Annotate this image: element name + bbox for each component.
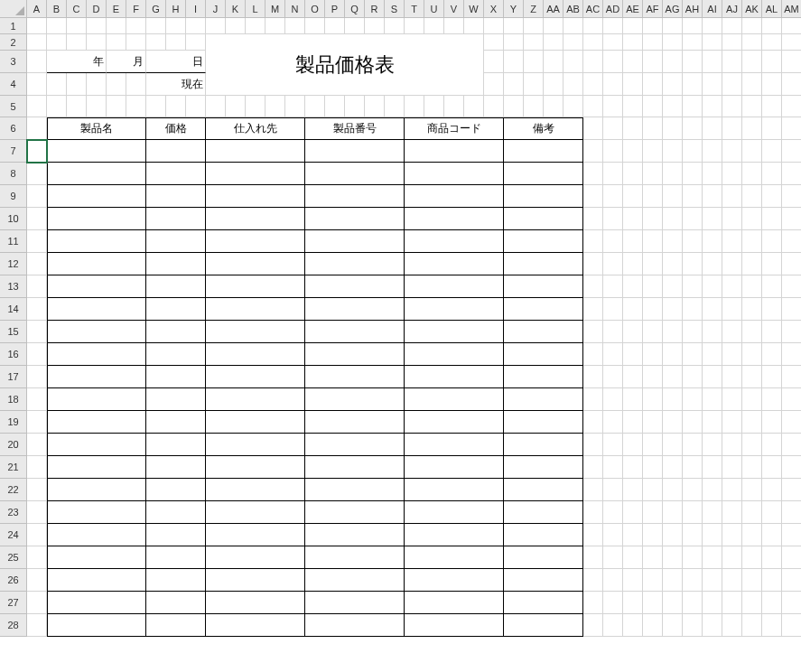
table-cell[interactable]	[146, 140, 206, 163]
table-cell[interactable]	[47, 592, 146, 614]
cell[interactable]	[762, 140, 782, 163]
table-cell[interactable]	[47, 253, 146, 275]
cell[interactable]	[722, 51, 742, 73]
spreadsheet-grid[interactable]: ABCDEFGHIJKLMNOPQRSTUVWXYZAAABACADAEAFAG…	[0, 0, 801, 637]
cell[interactable]	[742, 434, 762, 456]
col-header-D[interactable]: D	[87, 0, 107, 18]
col-header-A[interactable]: A	[27, 0, 47, 18]
cell[interactable]	[663, 163, 683, 185]
cell[interactable]	[27, 18, 47, 34]
cell[interactable]	[663, 388, 683, 411]
cell[interactable]	[663, 208, 683, 230]
cell[interactable]	[265, 96, 285, 117]
cell[interactable]	[385, 96, 405, 117]
row-header-13[interactable]: 13	[0, 275, 27, 298]
cell[interactable]	[762, 592, 782, 614]
cell[interactable]	[643, 434, 663, 456]
cell[interactable]	[285, 18, 305, 34]
cell[interactable]	[623, 321, 643, 343]
cell[interactable]	[285, 96, 305, 117]
cell[interactable]	[544, 34, 563, 51]
cell[interactable]	[27, 456, 47, 479]
cell[interactable]	[762, 501, 782, 524]
cell[interactable]	[27, 185, 47, 208]
table-cell[interactable]	[405, 592, 504, 614]
table-cell[interactable]	[504, 343, 583, 366]
cell[interactable]	[643, 163, 663, 185]
col-header-AG[interactable]: AG	[663, 0, 683, 18]
table-cell[interactable]	[206, 366, 305, 388]
cell[interactable]	[722, 524, 742, 546]
col-header-F[interactable]: F	[126, 0, 146, 18]
cell[interactable]	[563, 73, 583, 96]
cell[interactable]	[265, 18, 285, 34]
cell[interactable]	[583, 479, 603, 501]
cell[interactable]	[27, 140, 47, 163]
table-cell[interactable]	[504, 230, 583, 253]
cell[interactable]	[663, 96, 683, 117]
row-header-16[interactable]: 16	[0, 343, 27, 366]
cell[interactable]	[47, 34, 67, 51]
cell[interactable]	[67, 96, 87, 117]
cell[interactable]	[146, 96, 166, 117]
cell[interactable]	[683, 321, 703, 343]
cell[interactable]	[603, 230, 623, 253]
cell[interactable]	[603, 140, 623, 163]
table-cell[interactable]	[405, 343, 504, 366]
cell[interactable]	[782, 208, 801, 230]
cell[interactable]	[762, 185, 782, 208]
cell[interactable]	[722, 411, 742, 434]
cell[interactable]	[742, 479, 762, 501]
cell[interactable]	[703, 569, 722, 592]
cell[interactable]	[464, 96, 484, 117]
cell[interactable]	[424, 18, 444, 34]
col-header-U[interactable]: U	[424, 0, 444, 18]
cell[interactable]	[484, 73, 504, 96]
cell[interactable]	[623, 140, 643, 163]
cell[interactable]	[782, 298, 801, 321]
cell[interactable]	[583, 592, 603, 614]
cell[interactable]	[762, 388, 782, 411]
table-cell[interactable]	[405, 524, 504, 546]
col-header-P[interactable]: P	[325, 0, 345, 18]
cell[interactable]	[246, 18, 265, 34]
cell[interactable]	[603, 275, 623, 298]
cell[interactable]	[703, 456, 722, 479]
cell[interactable]	[544, 51, 563, 73]
cell[interactable]	[722, 140, 742, 163]
cell[interactable]	[742, 411, 762, 434]
cell[interactable]	[782, 253, 801, 275]
row-header-11[interactable]: 11	[0, 230, 27, 253]
cell[interactable]	[742, 343, 762, 366]
table-cell[interactable]	[47, 298, 146, 321]
cell[interactable]	[325, 18, 345, 34]
cell[interactable]	[663, 51, 683, 73]
cell[interactable]	[722, 253, 742, 275]
cell[interactable]	[365, 18, 385, 34]
cell[interactable]	[742, 501, 762, 524]
cell[interactable]	[742, 140, 762, 163]
table-cell[interactable]	[305, 569, 405, 592]
col-header-O[interactable]: O	[305, 0, 325, 18]
cell[interactable]	[27, 73, 47, 96]
cell[interactable]	[603, 524, 623, 546]
cell[interactable]	[206, 18, 226, 34]
cell[interactable]	[762, 614, 782, 637]
table-cell[interactable]	[504, 388, 583, 411]
table-cell[interactable]	[206, 501, 305, 524]
cell[interactable]	[603, 388, 623, 411]
col-header-Z[interactable]: Z	[524, 0, 544, 18]
col-header-N[interactable]: N	[285, 0, 305, 18]
cell[interactable]	[762, 411, 782, 434]
cell[interactable]	[782, 388, 801, 411]
cell[interactable]	[742, 524, 762, 546]
cell[interactable]	[27, 546, 47, 569]
table-cell[interactable]	[206, 253, 305, 275]
cell[interactable]	[444, 96, 464, 117]
cell[interactable]	[603, 298, 623, 321]
cell[interactable]	[703, 434, 722, 456]
row-header-27[interactable]: 27	[0, 592, 27, 614]
cell[interactable]	[703, 501, 722, 524]
cell[interactable]	[683, 388, 703, 411]
table-cell[interactable]	[146, 343, 206, 366]
